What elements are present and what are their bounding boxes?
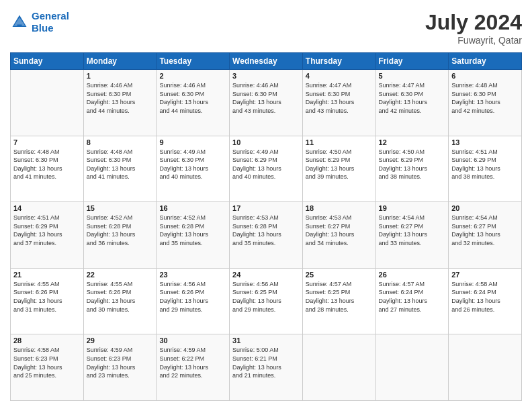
location: Fuwayrit, Qatar	[425, 35, 522, 46]
day-number: 17	[232, 204, 300, 212]
day-info: Sunrise: 4:54 AMSunset: 6:27 PMDaylight:…	[379, 214, 446, 247]
calendar-cell-w1-d1	[11, 70, 84, 136]
day-info: Sunrise: 4:54 AMSunset: 6:27 PMDaylight:…	[451, 214, 519, 247]
day-number: 30	[159, 336, 226, 345]
calendar-cell-w2-d1: 7Sunrise: 4:48 AMSunset: 6:30 PMDaylight…	[11, 136, 84, 202]
day-number: 8	[87, 138, 154, 146]
day-number: 27	[451, 271, 519, 279]
day-info: Sunrise: 4:46 AMSunset: 6:30 PMDaylight:…	[87, 81, 154, 115]
day-number: 26	[379, 271, 446, 279]
day-info: Sunrise: 4:52 AMSunset: 6:28 PMDaylight:…	[87, 214, 154, 247]
col-saturday: Saturday	[449, 53, 522, 70]
day-number: 2	[159, 72, 226, 80]
calendar-cell-w3-d6: 19Sunrise: 4:54 AMSunset: 6:27 PMDayligh…	[375, 202, 449, 269]
calendar-cell-w3-d7: 20Sunrise: 4:54 AMSunset: 6:27 PMDayligh…	[449, 202, 522, 269]
day-number: 22	[87, 271, 154, 279]
day-number: 24	[232, 271, 300, 279]
week-row-5: 28Sunrise: 4:58 AMSunset: 6:23 PMDayligh…	[11, 334, 522, 401]
calendar-cell-w1-d5: 4Sunrise: 4:47 AMSunset: 6:30 PMDaylight…	[302, 70, 375, 136]
col-tuesday: Tuesday	[157, 53, 230, 70]
day-info: Sunrise: 4:51 AMSunset: 6:29 PMDaylight:…	[451, 148, 519, 181]
calendar-cell-w1-d2: 1Sunrise: 4:46 AMSunset: 6:30 PMDaylight…	[83, 70, 157, 136]
calendar-cell-w3-d2: 15Sunrise: 4:52 AMSunset: 6:28 PMDayligh…	[83, 202, 157, 269]
calendar-cell-w4-d2: 22Sunrise: 4:55 AMSunset: 6:26 PMDayligh…	[83, 268, 157, 334]
calendar-cell-w2-d3: 9Sunrise: 4:49 AMSunset: 6:30 PMDaylight…	[157, 136, 230, 202]
day-info: Sunrise: 4:50 AMSunset: 6:29 PMDaylight:…	[306, 148, 373, 181]
day-info: Sunrise: 4:53 AMSunset: 6:27 PMDaylight:…	[306, 214, 373, 247]
calendar-cell-w5-d1: 28Sunrise: 4:58 AMSunset: 6:23 PMDayligh…	[11, 334, 84, 401]
month-year: July 2024	[425, 10, 522, 35]
day-info: Sunrise: 4:46 AMSunset: 6:30 PMDaylight:…	[232, 81, 300, 115]
day-number: 15	[87, 204, 154, 212]
day-info: Sunrise: 5:00 AMSunset: 6:21 PMDaylight:…	[232, 346, 300, 379]
day-info: Sunrise: 4:48 AMSunset: 6:30 PMDaylight:…	[87, 148, 154, 181]
day-info: Sunrise: 4:50 AMSunset: 6:29 PMDaylight:…	[379, 148, 446, 181]
day-info: Sunrise: 4:56 AMSunset: 6:25 PMDaylight:…	[232, 280, 300, 314]
col-sunday: Sunday	[11, 53, 84, 70]
day-info: Sunrise: 4:46 AMSunset: 6:30 PMDaylight:…	[159, 81, 226, 115]
day-number: 4	[306, 72, 373, 80]
calendar-cell-w5-d3: 30Sunrise: 4:59 AMSunset: 6:22 PMDayligh…	[157, 334, 230, 401]
calendar-cell-w2-d7: 13Sunrise: 4:51 AMSunset: 6:29 PMDayligh…	[449, 136, 522, 202]
logo: General Blue	[10, 10, 69, 34]
title-block: July 2024 Fuwayrit, Qatar	[425, 10, 522, 46]
day-info: Sunrise: 4:57 AMSunset: 6:25 PMDaylight:…	[306, 280, 373, 314]
day-number: 28	[13, 336, 81, 345]
day-number: 12	[379, 138, 446, 146]
calendar-cell-w2-d5: 11Sunrise: 4:50 AMSunset: 6:29 PMDayligh…	[302, 136, 375, 202]
day-info: Sunrise: 4:48 AMSunset: 6:30 PMDaylight:…	[451, 81, 519, 115]
week-row-2: 7Sunrise: 4:48 AMSunset: 6:30 PMDaylight…	[11, 136, 522, 202]
calendar-cell-w2-d2: 8Sunrise: 4:48 AMSunset: 6:30 PMDaylight…	[83, 136, 157, 202]
day-number: 6	[451, 72, 519, 80]
calendar-cell-w1-d7: 6Sunrise: 4:48 AMSunset: 6:30 PMDaylight…	[449, 70, 522, 136]
day-number: 16	[159, 204, 226, 212]
day-number: 11	[306, 138, 373, 146]
day-number: 31	[232, 336, 300, 345]
day-number: 25	[306, 271, 373, 279]
day-number: 18	[306, 204, 373, 212]
col-monday: Monday	[83, 53, 157, 70]
day-number: 13	[451, 138, 519, 146]
day-info: Sunrise: 4:55 AMSunset: 6:26 PMDaylight:…	[87, 280, 154, 314]
calendar-cell-w1-d4: 3Sunrise: 4:46 AMSunset: 6:30 PMDaylight…	[230, 70, 303, 136]
week-row-3: 14Sunrise: 4:51 AMSunset: 6:29 PMDayligh…	[11, 202, 522, 269]
calendar-cell-w5-d2: 29Sunrise: 4:59 AMSunset: 6:23 PMDayligh…	[83, 334, 157, 401]
day-info: Sunrise: 4:52 AMSunset: 6:28 PMDaylight:…	[159, 214, 226, 247]
day-info: Sunrise: 4:58 AMSunset: 6:23 PMDaylight:…	[13, 346, 81, 379]
week-row-1: 1Sunrise: 4:46 AMSunset: 6:30 PMDaylight…	[11, 70, 522, 136]
day-info: Sunrise: 4:55 AMSunset: 6:26 PMDaylight:…	[13, 280, 81, 314]
day-number: 10	[232, 138, 300, 146]
page: General Blue July 2024 Fuwayrit, Qatar S…	[0, 0, 532, 411]
day-info: Sunrise: 4:47 AMSunset: 6:30 PMDaylight:…	[306, 81, 373, 115]
calendar-cell-w4-d5: 25Sunrise: 4:57 AMSunset: 6:25 PMDayligh…	[302, 268, 375, 334]
day-number: 20	[451, 204, 519, 212]
calendar-header-row: Sunday Monday Tuesday Wednesday Thursday…	[11, 53, 522, 70]
calendar-cell-w5-d4: 31Sunrise: 5:00 AMSunset: 6:21 PMDayligh…	[230, 334, 303, 401]
logo-text: General Blue	[32, 10, 69, 34]
header: General Blue July 2024 Fuwayrit, Qatar	[10, 10, 522, 46]
col-thursday: Thursday	[302, 53, 375, 70]
calendar-cell-w4-d4: 24Sunrise: 4:56 AMSunset: 6:25 PMDayligh…	[230, 268, 303, 334]
calendar-cell-w4-d7: 27Sunrise: 4:58 AMSunset: 6:24 PMDayligh…	[449, 268, 522, 334]
svg-rect-2	[17, 25, 22, 28]
day-info: Sunrise: 4:48 AMSunset: 6:30 PMDaylight:…	[13, 148, 81, 181]
day-info: Sunrise: 4:56 AMSunset: 6:26 PMDaylight:…	[159, 280, 226, 314]
day-number: 19	[379, 204, 446, 212]
day-info: Sunrise: 4:58 AMSunset: 6:24 PMDaylight:…	[451, 280, 519, 314]
calendar-cell-w1-d6: 5Sunrise: 4:47 AMSunset: 6:30 PMDaylight…	[375, 70, 449, 136]
day-info: Sunrise: 4:49 AMSunset: 6:29 PMDaylight:…	[232, 148, 300, 181]
day-info: Sunrise: 4:59 AMSunset: 6:23 PMDaylight:…	[87, 346, 154, 379]
calendar-cell-w3-d1: 14Sunrise: 4:51 AMSunset: 6:29 PMDayligh…	[11, 202, 84, 269]
day-number: 21	[13, 271, 81, 279]
day-number: 7	[13, 138, 81, 146]
calendar-cell-w1-d3: 2Sunrise: 4:46 AMSunset: 6:30 PMDaylight…	[157, 70, 230, 136]
calendar-cell-w3-d4: 17Sunrise: 4:53 AMSunset: 6:28 PMDayligh…	[230, 202, 303, 269]
day-number: 1	[87, 72, 154, 80]
day-number: 9	[159, 138, 226, 146]
logo-icon	[10, 13, 29, 32]
calendar-cell-w4-d3: 23Sunrise: 4:56 AMSunset: 6:26 PMDayligh…	[157, 268, 230, 334]
day-number: 29	[87, 336, 154, 345]
calendar-cell-w3-d5: 18Sunrise: 4:53 AMSunset: 6:27 PMDayligh…	[302, 202, 375, 269]
calendar-cell-w4-d1: 21Sunrise: 4:55 AMSunset: 6:26 PMDayligh…	[11, 268, 84, 334]
col-wednesday: Wednesday	[230, 53, 303, 70]
